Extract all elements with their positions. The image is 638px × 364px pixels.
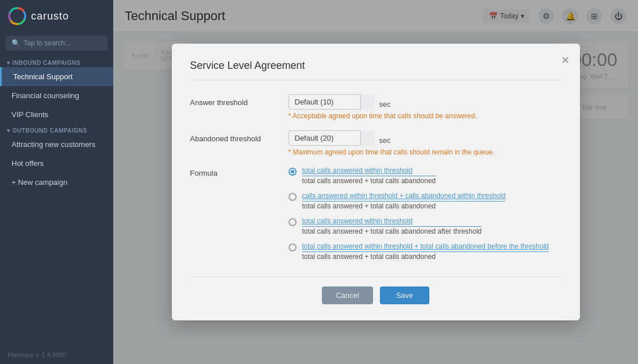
search-icon: 🔍	[11, 39, 20, 47]
formula-options: total calls answered within threshold to…	[289, 166, 549, 261]
sidebar-item-new-campaign[interactable]: + New campaign	[0, 173, 113, 192]
logo-text: carusto	[31, 10, 69, 22]
formula-option-2: calls answered within threshold + calls …	[289, 192, 549, 210]
formula-option-4: total calls answered within threshold + …	[289, 242, 549, 261]
radio-formula-3[interactable]	[289, 218, 297, 226]
formula-3-denominator: total calls answered + total calls aband…	[302, 227, 482, 235]
chevron-down-icon-outbound: ▾	[7, 127, 10, 134]
formula-2-denominator: total calls answered + total calls aband…	[302, 202, 506, 210]
modal-title: Service Level Agreement	[190, 60, 562, 80]
radio-formula-2[interactable]	[289, 193, 297, 201]
formula-text-3: total calls answered within threshold to…	[302, 217, 482, 235]
close-button[interactable]: ✕	[561, 54, 570, 67]
formula-2-numerator: calls answered within threshold + calls …	[302, 192, 506, 202]
logo-icon	[8, 7, 26, 25]
main-area: Technical Support 📅 Today ▾ ⚙ 🔔 ⊞ ⏻ d ro…	[113, 0, 638, 364]
save-button[interactable]: Save	[380, 286, 429, 304]
chevron-down-icon: ▾	[7, 60, 10, 66]
sidebar-item-technical-support[interactable]: Technical Support	[0, 67, 113, 86]
abandoned-threshold-select[interactable]: Default (20)	[289, 130, 375, 146]
search-bar[interactable]: 🔍 Tap to search...	[6, 36, 107, 51]
formula-text-4: total calls answered within threshold + …	[302, 242, 549, 261]
inbound-section-header: ▾ INBOUND CAMPAIGNS	[0, 56, 113, 67]
formula-3-numerator: total calls answered within threshold	[302, 217, 482, 227]
formula-label: Formula	[190, 166, 279, 177]
answer-threshold-row: Answer threshold Default (10) ▲ ▼	[190, 94, 562, 120]
answer-input-row: Default (10) ▲ ▼ sec	[289, 94, 477, 110]
outbound-section-header: ▾ OUTBOUND CAMPAIGNS	[0, 124, 113, 135]
formula-4-denominator: total calls answered + total calls aband…	[302, 253, 549, 261]
answer-hint: * Acceptable agreed upon time that calls…	[289, 112, 477, 120]
answer-threshold-select[interactable]: Default (10)	[289, 94, 375, 110]
formula-1-numerator: total calls answered within threshold	[302, 166, 436, 176]
abandoned-threshold-row: Abandoned threshold Default (20) ▲ ▼	[190, 130, 562, 156]
sidebar-footer: Harmony v. 1.4.8000	[0, 346, 113, 364]
modal-overlay: Service Level Agreement ✕ Answer thresho…	[113, 0, 638, 364]
search-placeholder: Tap to search...	[24, 39, 71, 47]
sla-modal: Service Level Agreement ✕ Answer thresho…	[172, 44, 580, 320]
logo: carusto	[0, 0, 113, 32]
sidebar-item-financial-counseling[interactable]: Financial counseling	[0, 86, 113, 105]
sidebar-item-vip-clients[interactable]: VIP Clients	[0, 105, 113, 124]
abandoned-threshold-controls: Default (20) ▲ ▼ sec * Maximum agreed up…	[289, 130, 495, 156]
radio-formula-1[interactable]	[289, 168, 297, 176]
radio-formula-4[interactable]	[289, 243, 297, 251]
formula-text-2: calls answered within threshold + calls …	[302, 192, 506, 210]
abandoned-input-row: Default (20) ▲ ▼ sec	[289, 130, 495, 146]
formula-option-1: total calls answered within threshold to…	[289, 166, 549, 185]
answer-select-wrapper[interactable]: Default (10) ▲ ▼	[289, 94, 375, 110]
formula-text-1: total calls answered within threshold to…	[302, 166, 436, 185]
formula-option-3: total calls answered within threshold to…	[289, 217, 549, 235]
sidebar-item-hot-offers[interactable]: Hot offers	[0, 154, 113, 173]
sidebar: carusto 🔍 Tap to search... ▾ INBOUND CAM…	[0, 0, 113, 364]
answer-threshold-label: Answer threshold	[190, 94, 279, 107]
abandoned-select-wrapper[interactable]: Default (20) ▲ ▼	[289, 130, 375, 146]
formula-1-denominator: total calls answered + total calls aband…	[302, 177, 436, 185]
formula-row: Formula total calls answered within thre…	[190, 166, 562, 261]
modal-footer: Cancel Save	[190, 277, 562, 304]
abandoned-hint: * Maximum agreed upon time that calls sh…	[289, 148, 495, 156]
cancel-button[interactable]: Cancel	[322, 286, 372, 304]
abandoned-threshold-label: Abandoned threshold	[190, 130, 279, 143]
abandoned-sec-label: sec	[379, 132, 391, 145]
sidebar-item-attracting[interactable]: Attracting new customers	[0, 135, 113, 154]
answer-threshold-controls: Default (10) ▲ ▼ sec * Acceptable agreed…	[289, 94, 477, 120]
answer-sec-label: sec	[379, 96, 391, 109]
formula-4-numerator: total calls answered within threshold + …	[302, 242, 549, 252]
